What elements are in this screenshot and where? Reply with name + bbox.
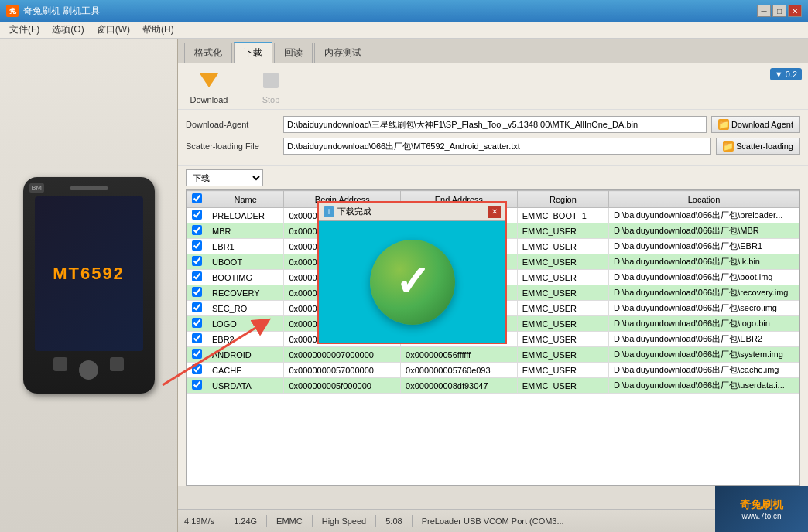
row-location: D:\baiduyundownload\066出厂包\EBR2 [609, 332, 799, 347]
row-checkbox[interactable] [192, 256, 202, 266]
phone-screen: MT6592 [35, 196, 143, 351]
menu-window[interactable]: 窗口(W) [91, 22, 136, 38]
phone-body: BM MT6592 [23, 177, 155, 394]
select-all-checkbox[interactable] [192, 193, 202, 203]
brand-url: www.7to.cn [741, 512, 781, 520]
dialog-close-button[interactable]: ✕ [488, 206, 501, 218]
row-region: EMMC_USER [517, 239, 608, 254]
row-begin: 0x000000005f000000 [284, 378, 401, 394]
row-location: D:\baiduyundownload\066出厂包\EBR1 [609, 239, 799, 254]
scatter-button[interactable]: 📁 Scatter-loading [716, 138, 800, 155]
agent-row: Download-Agent 📁 Download Agent [186, 116, 800, 133]
row-end: 0x000000005760e093 [401, 363, 518, 378]
close-button[interactable]: ✕ [788, 5, 802, 17]
row-end: 0x000000008df93047 [401, 378, 518, 394]
dialog-title-text: 下载完成 [337, 206, 371, 217]
menu-file[interactable]: 文件(F) [3, 22, 46, 38]
row-checkbox-cell[interactable] [187, 332, 207, 347]
menu-options[interactable]: 选项(O) [46, 22, 90, 38]
row-checkbox[interactable] [192, 210, 202, 220]
scatter-label: Scatter-loading File [186, 142, 279, 151]
menu-help[interactable]: 帮助(H) [136, 22, 180, 38]
dialog-titlebar: i 下载完成 ———————— ✕ [319, 203, 505, 221]
download-mode-select[interactable]: 下载 固件升级 格式化下载 [186, 169, 263, 186]
row-begin: 0x0000000007000000 [284, 347, 401, 363]
row-checkbox-cell[interactable] [187, 378, 207, 394]
table-row: USRDATA 0x000000005f000000 0x000000008df… [187, 378, 799, 394]
row-checkbox-cell[interactable] [187, 347, 207, 363]
row-name: SEC_RO [207, 301, 284, 316]
stop-button[interactable]: Stop [248, 68, 294, 104]
table-row: CACHE 0x0000000057000000 0x000000005760e… [187, 363, 799, 378]
progress-bar-area [178, 486, 808, 510]
tab-memtest[interactable]: 内存测试 [314, 43, 371, 63]
minimize-button[interactable]: ─ [757, 5, 771, 17]
row-checkbox-cell[interactable] [187, 239, 207, 254]
row-name: UBOOT [207, 254, 284, 270]
divider-4 [375, 515, 376, 527]
row-location: D:\baiduyundownload\066出厂包\recovery.img [609, 285, 799, 301]
row-location: D:\baiduyundownload\066出厂包\preloader... [609, 208, 799, 223]
row-checkbox-cell[interactable] [187, 285, 207, 301]
row-checkbox-cell[interactable] [187, 208, 207, 223]
row-checkbox[interactable] [192, 333, 202, 343]
row-checkbox-cell[interactable] [187, 223, 207, 239]
success-indicator: ✓ [370, 240, 455, 325]
table-row: ANDROID 0x0000000007000000 0x000000056ff… [187, 347, 799, 363]
row-checkbox[interactable] [192, 287, 202, 297]
row-name: BOOTIMG [207, 270, 284, 285]
row-checkbox-cell[interactable] [187, 363, 207, 378]
row-name: CACHE [207, 363, 284, 378]
phone-panel: BM MT6592 [0, 39, 178, 532]
phone-softkeys [53, 357, 124, 380]
folder-icon: 📁 [718, 119, 729, 130]
row-checkbox[interactable] [192, 271, 202, 281]
row-name: ANDROID [207, 347, 284, 363]
status-bar: 4.19M/s 1.24G EMMC High Speed 5:08 PreLo… [178, 486, 808, 532]
row-checkbox[interactable] [192, 380, 202, 390]
dialog-subtitle: ———————— [378, 207, 446, 217]
version-badge: ▼ 0.2 [770, 68, 802, 80]
status-time: 5:08 [385, 517, 402, 526]
form-area: Download-Agent 📁 Download Agent Scatter-… [178, 110, 808, 166]
row-checkbox[interactable] [192, 225, 202, 235]
stop-shape [263, 73, 279, 88]
row-region: EMMC_USER [517, 347, 608, 363]
row-checkbox[interactable] [192, 302, 202, 312]
row-checkbox-cell[interactable] [187, 301, 207, 316]
row-checkbox[interactable] [192, 240, 202, 251]
agent-button[interactable]: 📁 Download Agent [711, 116, 800, 133]
folder-icon-2: 📁 [723, 141, 734, 152]
agent-input[interactable] [283, 116, 707, 133]
row-checkbox-cell[interactable] [187, 270, 207, 285]
row-location: D:\baiduyundownload\066出厂包\lk.bin [609, 254, 799, 270]
row-location: D:\baiduyundownload\066出厂包\secro.img [609, 301, 799, 316]
row-name: LOGO [207, 316, 284, 332]
toolbar: Download Stop [178, 63, 808, 110]
row-begin: 0x0000000057000000 [284, 363, 401, 378]
tab-readback[interactable]: 回读 [274, 43, 313, 63]
dialog-icon: i [324, 206, 334, 217]
col-region: Region [517, 191, 608, 208]
scatter-input[interactable] [283, 138, 711, 155]
row-region: EMMC_USER [517, 223, 608, 239]
title-bar: 兔 奇兔刷机 刷机工具 ─ □ ✕ [0, 0, 808, 22]
scatter-row: Scatter-loading File 📁 Scatter-loading [186, 138, 800, 155]
divider-3 [312, 515, 313, 527]
maximize-button[interactable]: □ [772, 5, 786, 17]
tabs-bar: 格式化 下载 回读 内存测试 [178, 39, 808, 63]
download-icon [197, 68, 221, 93]
row-checkbox-cell[interactable] [187, 254, 207, 270]
col-location: Location [609, 191, 799, 208]
tab-format[interactable]: 格式化 [184, 43, 232, 63]
tab-download[interactable]: 下载 [234, 42, 272, 63]
brand-name: 奇兔刷机 [740, 498, 783, 512]
row-region: EMMC_USER [517, 332, 608, 347]
row-checkbox-cell[interactable] [187, 316, 207, 332]
row-checkbox[interactable] [192, 349, 202, 359]
row-name: USRDATA [207, 378, 284, 394]
download-button[interactable]: Download [186, 68, 232, 104]
row-checkbox[interactable] [192, 318, 202, 328]
row-name: MBR [207, 223, 284, 239]
row-checkbox[interactable] [192, 364, 202, 374]
